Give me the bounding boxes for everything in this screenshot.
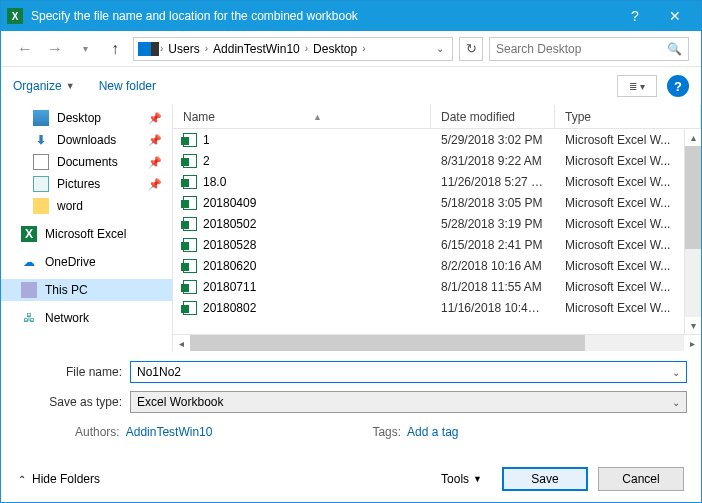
pin-icon: 📌 [148,178,162,191]
scroll-down-icon[interactable]: ▾ [685,317,701,334]
pin-icon: 📌 [148,112,162,125]
file-date: 11/16/2018 10:49 ... [431,301,555,315]
file-row[interactable]: 15/29/2018 3:02 PMMicrosoft Excel W... [173,129,701,150]
sidebar-item-network[interactable]: 🖧Network [1,307,172,329]
picture-icon [33,176,49,192]
back-button[interactable]: ← [13,37,37,61]
sidebar-item-onedrive[interactable]: ☁OneDrive [1,251,172,273]
new-folder-button[interactable]: New folder [99,79,156,93]
authors-value[interactable]: AddinTestWin10 [126,425,213,439]
forward-button[interactable]: → [43,37,67,61]
desktop-icon [33,110,49,126]
file-row[interactable]: 201804095/18/2018 3:05 PMMicrosoft Excel… [173,192,701,213]
onedrive-icon: ☁ [21,254,37,270]
crumb-user[interactable]: AddinTestWin10 [210,42,303,56]
crumb-users[interactable]: Users [165,42,202,56]
chevron-right-icon: › [362,43,365,54]
breadcrumb[interactable]: › Users › AddinTestWin10 › Desktop › ⌄ [133,37,453,61]
file-date: 6/15/2018 2:41 PM [431,238,555,252]
scroll-up-icon[interactable]: ▴ [685,129,701,146]
file-date: 8/31/2018 9:22 AM [431,154,555,168]
file-name: 20180711 [203,280,256,294]
file-type: Microsoft Excel W... [555,259,701,273]
tags-value[interactable]: Add a tag [407,425,458,439]
file-name: 18.0 [203,175,226,189]
file-type: Microsoft Excel W... [555,280,701,294]
sidebar: Desktop📌 ⬇Downloads📌 Documents📌 Pictures… [1,105,173,351]
scroll-left-icon[interactable]: ◂ [173,338,190,349]
refresh-button[interactable]: ↻ [459,37,483,61]
column-date[interactable]: Date modified [431,105,555,128]
help-titlebar-button[interactable]: ? [615,8,655,24]
sidebar-item-desktop[interactable]: Desktop📌 [1,107,172,129]
chevron-right-icon: › [160,43,163,54]
document-icon [33,154,49,170]
file-type: Microsoft Excel W... [555,301,701,315]
breadcrumb-dropdown[interactable]: ⌄ [436,43,448,54]
search-icon[interactable]: 🔍 [667,42,682,56]
window-title: Specify the file name and location for t… [31,9,615,23]
file-row[interactable]: 201807118/1/2018 11:55 AMMicrosoft Excel… [173,276,701,297]
pc-icon [138,42,156,56]
scroll-right-icon[interactable]: ▸ [684,338,701,349]
scroll-thumb[interactable] [685,146,701,249]
toolbar: Organize ▼ New folder ≣ ▾ ? [1,67,701,105]
filename-input[interactable] [137,365,672,379]
scroll-track[interactable] [190,335,684,351]
file-date: 8/1/2018 11:55 AM [431,280,555,294]
crumb-desktop[interactable]: Desktop [310,42,360,56]
file-row[interactable]: 2018080211/16/2018 10:49 ...Microsoft Ex… [173,297,701,318]
recent-dropdown[interactable]: ▾ [73,37,97,61]
excel-file-icon [183,154,197,168]
sidebar-item-excel[interactable]: XMicrosoft Excel [1,223,172,245]
pin-icon: 📌 [148,134,162,147]
filename-input-wrapper[interactable]: ⌄ [130,361,687,383]
savetype-label: Save as type: [15,395,130,409]
save-button[interactable]: Save [502,467,588,491]
chevron-down-icon: ▼ [473,474,482,484]
sidebar-item-pictures[interactable]: Pictures📌 [1,173,172,195]
nav-bar: ← → ▾ ↑ › Users › AddinTestWin10 › Deskt… [1,31,701,67]
file-row[interactable]: 201805025/28/2018 3:19 PMMicrosoft Excel… [173,213,701,234]
organize-label: Organize [13,79,62,93]
scroll-track[interactable] [685,146,701,317]
sidebar-item-thispc[interactable]: This PC [1,279,172,301]
search-input[interactable] [496,42,667,56]
horizontal-scrollbar[interactable]: ◂ ▸ [173,334,701,351]
tools-menu[interactable]: Tools ▼ [441,472,482,486]
chevron-down-icon: ▼ [66,81,75,91]
organize-menu[interactable]: Organize ▼ [13,79,75,93]
file-name: 20180528 [203,238,256,252]
column-name[interactable]: Name▲ [173,105,431,128]
sidebar-item-word[interactable]: word [1,195,172,217]
file-row[interactable]: 28/31/2018 9:22 AMMicrosoft Excel W... [173,150,701,171]
file-row[interactable]: 201805286/15/2018 2:41 PMMicrosoft Excel… [173,234,701,255]
meta-row: Authors:AddinTestWin10 Tags:Add a tag [15,419,687,439]
file-row[interactable]: 18.011/26/2018 5:27 PMMicrosoft Excel W.… [173,171,701,192]
scroll-thumb[interactable] [190,335,585,351]
chevron-right-icon: › [205,43,208,54]
excel-file-icon [183,238,197,252]
view-options-button[interactable]: ≣ ▾ [617,75,657,97]
footer: ⌃ Hide Folders Tools ▼ Save Cancel [0,455,702,503]
close-button[interactable]: ✕ [655,8,695,24]
sidebar-item-documents[interactable]: Documents📌 [1,151,172,173]
file-type: Microsoft Excel W... [555,238,701,252]
file-date: 5/18/2018 3:05 PM [431,196,555,210]
sidebar-item-downloads[interactable]: ⬇Downloads📌 [1,129,172,151]
hide-folders-button[interactable]: ⌃ Hide Folders [18,472,100,486]
sort-asc-icon: ▲ [313,112,322,122]
excel-file-icon [183,196,197,210]
cancel-button[interactable]: Cancel [598,467,684,491]
chevron-down-icon[interactable]: ⌄ [672,367,680,378]
file-name: 20180502 [203,217,256,231]
search-box[interactable]: 🔍 [489,37,689,61]
help-button[interactable]: ? [667,75,689,97]
authors-label: Authors: [75,425,120,439]
file-row[interactable]: 201806208/2/2018 10:16 AMMicrosoft Excel… [173,255,701,276]
savetype-combo[interactable]: Excel Workbook ⌄ [130,391,687,413]
column-type[interactable]: Type [555,105,701,128]
main-area: Desktop📌 ⬇Downloads📌 Documents📌 Pictures… [1,105,701,351]
vertical-scrollbar[interactable]: ▴ ▾ [684,129,701,334]
up-button[interactable]: ↑ [103,37,127,61]
